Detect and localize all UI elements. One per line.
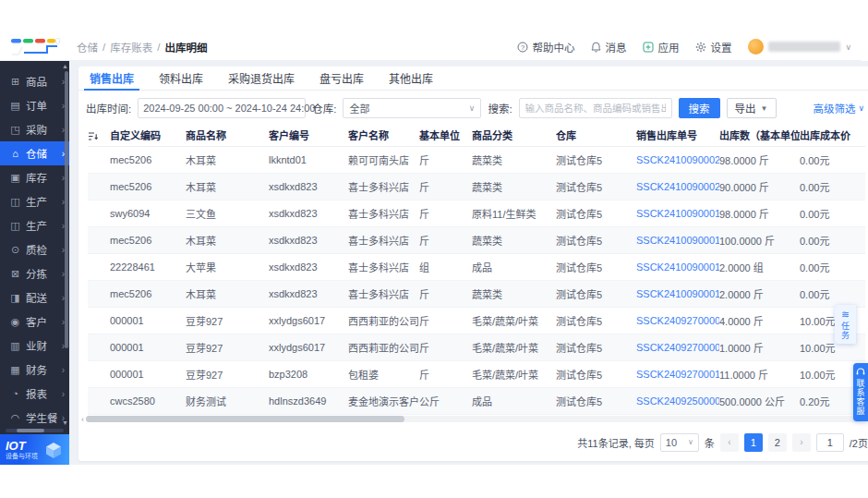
outbound-doc-link[interactable]: SSCK24100900017 [636, 235, 719, 246]
chevron-right-icon: › [62, 389, 65, 399]
cell-unit: 斤 [419, 173, 472, 200]
cell-warehouse: 测试仓库5 [556, 307, 636, 334]
cell-qty: 500.0000 公斤 [719, 387, 800, 414]
iot-title: IOT [6, 440, 38, 453]
sidebar-item-业财[interactable]: ▥ 业财 › [0, 334, 69, 358]
outbound-doc-link[interactable]: SSCK24092500004 [636, 395, 719, 407]
scrollbar-thumb[interactable] [86, 416, 404, 422]
sidebar-item-报表[interactable]: ◔ 报表 › [0, 382, 69, 406]
layers-icon: ≋ [841, 310, 850, 320]
chevron-down-icon: ∨ [688, 438, 693, 446]
contact-support-button[interactable]: 联系客服 [853, 363, 868, 421]
tab-其他出库[interactable]: 其他出库 [383, 67, 439, 90]
cell-doc_no: SSCK24100900021 [636, 146, 719, 173]
qc-icon: ⊙ [9, 244, 21, 256]
column-header: 客户编号 [269, 125, 348, 146]
column-header: 仓库 [556, 125, 636, 146]
help-center-button[interactable]: ? 帮助中心 [517, 40, 574, 55]
pagination: 共11条记录, 每页 10 ∨ 条 ‹ 12 › /2页 [78, 433, 868, 452]
search-input[interactable] [525, 103, 666, 114]
search-button[interactable]: 搜索 [679, 98, 720, 118]
app-logo[interactable] [0, 33, 69, 61]
meal-icon: ◠ [9, 412, 21, 424]
apps-icon [643, 42, 654, 53]
cell-customer: 麦金地演示客户 [348, 387, 419, 414]
sidebar-item-学生餐[interactable]: ◠ 学生餐 › [0, 406, 69, 430]
user-menu[interactable]: ∨ [748, 39, 851, 55]
sidebar-item-配送[interactable]: ◨ 配送 › [0, 285, 69, 310]
outbound-doc-link[interactable]: SSCK24100900015 [636, 261, 719, 273]
tab-销售出库[interactable]: 销售出库 [84, 67, 139, 90]
next-page-button[interactable]: › [792, 433, 811, 452]
page-size-select[interactable]: 10 ∨ [660, 433, 699, 452]
task-widget[interactable]: ≋ 任务 [835, 305, 856, 344]
apps-button[interactable]: 应用 [643, 40, 679, 55]
sidebar-item-采购[interactable]: ◳ 采购 › [0, 117, 69, 141]
total-pages: /2页 [850, 435, 868, 450]
settings-button[interactable]: 设置 [695, 40, 731, 55]
page-button-1[interactable]: 1 [744, 433, 763, 452]
sidebar-item-仓储[interactable]: ⌂ 仓储 › [0, 141, 69, 165]
cell-code: mec5206 [110, 226, 186, 253]
sidebar-item-库存[interactable]: ▣ 库存 › [0, 165, 69, 189]
outbound-doc-link[interactable]: SSCK24092700011 [636, 369, 719, 380]
headset-icon [856, 368, 865, 376]
advanced-filter-link[interactable]: 高级筛选 ∨ [813, 101, 864, 115]
caret-down-icon: ▼ [761, 104, 768, 113]
cell-product: 豆芽927 [186, 360, 269, 387]
cell-cost: 0.00元 [800, 280, 865, 307]
production-icon: ◫ [9, 220, 21, 232]
cell-customer: 喜士多科兴店 [348, 173, 419, 200]
cell-warehouse: 测试仓库5 [556, 200, 636, 226]
table-header-row: 自定义编码商品名称客户编号客户名称基本单位商品分类仓库销售出库单号出库数（基本单… [88, 125, 865, 146]
tab-领料出库[interactable]: 领料出库 [153, 67, 209, 90]
tab-盘亏出库[interactable]: 盘亏出库 [314, 67, 369, 90]
cell-code: cwcs2580 [110, 387, 186, 414]
sidebar-item-质检[interactable]: ⊙ 质检 › [0, 237, 69, 261]
outbound-doc-link[interactable]: SSCK24100900021 [636, 154, 719, 165]
sidebar-hscrollbar[interactable] [6, 429, 64, 432]
sidebar-item-商品[interactable]: ⊞ 商品 › [0, 69, 69, 93]
sidebar-item-分拣[interactable]: ⊠ 分拣 › [0, 261, 69, 285]
cell-code: mec5206 [110, 146, 186, 173]
outbound-doc-link[interactable]: SSCK24100900015 [636, 288, 719, 299]
tab-采购退货出库[interactable]: 采购退货出库 [223, 67, 300, 90]
export-button[interactable]: 导出 ▼ [727, 98, 777, 118]
scroll-left-icon[interactable]: ‹ [81, 416, 84, 423]
bizfin-icon: ▥ [9, 340, 21, 352]
date-range-picker[interactable]: 2024-09-25 00:00 ~ 2024-10-24 24:00 [138, 98, 306, 118]
table-row: 000001豆芽927xxlydgs6017西西莉亚的公司斤毛菜/蔬菜/叶菜测试… [88, 334, 865, 360]
breadcrumb-mid[interactable]: 库存账表 [110, 40, 152, 55]
cell-product: 豆芽927 [186, 334, 269, 360]
outbound-doc-link[interactable]: SSCK24092700004 [636, 342, 719, 353]
scroll-up-icon[interactable]: ▲ [62, 63, 68, 69]
bell-icon [591, 42, 601, 53]
chevron-down-icon: ∨ [469, 103, 476, 113]
breadcrumb-root[interactable]: 仓储 [77, 40, 98, 55]
outbound-doc-link[interactable]: SSCK24100900017 [636, 208, 719, 219]
cell-customer: 包租婆 [348, 360, 419, 387]
sidebar-item-生产[interactable]: ◫ 生产 › [0, 213, 69, 237]
cell-customer_no: xsdkxd823 [269, 280, 348, 307]
sidebar-scrollbar[interactable] [65, 71, 68, 348]
prev-page-button[interactable]: ‹ [720, 433, 739, 452]
iot-banner[interactable]: IOT 设备与环境 [0, 434, 69, 465]
cell-customer: 赖可可南头店 [348, 146, 419, 173]
messages-button[interactable]: 消息 [591, 40, 626, 55]
sidebar-item-财务[interactable]: ▦ 财务 › [0, 358, 69, 382]
page-jump-input[interactable] [817, 437, 843, 448]
cell-warehouse: 测试仓库5 [556, 173, 636, 200]
warehouse-select[interactable]: 全部 ∨ [343, 98, 481, 118]
search-label: 搜索: [488, 101, 512, 115]
outbound-doc-link[interactable]: SSCK24092700004 [636, 315, 719, 326]
cell-customer: 喜士多科兴店 [348, 280, 419, 307]
column-settings-icon[interactable] [88, 131, 99, 141]
outbound-doc-link[interactable]: SSCK24100900020 [636, 181, 719, 192]
sidebar-item-生产[interactable]: ◫ 生产 › [0, 189, 69, 213]
cell-doc_no: SSCK24100900015 [636, 280, 719, 307]
page-button-2[interactable]: 2 [768, 433, 787, 452]
scroll-down-icon[interactable]: ▼ [62, 419, 68, 426]
sidebar-item-订单[interactable]: ▤ 订单 › [0, 93, 69, 117]
sidebar-item-客户[interactable]: ◉ 客户 › [0, 310, 69, 334]
cell-warehouse: 测试仓库5 [556, 360, 636, 387]
